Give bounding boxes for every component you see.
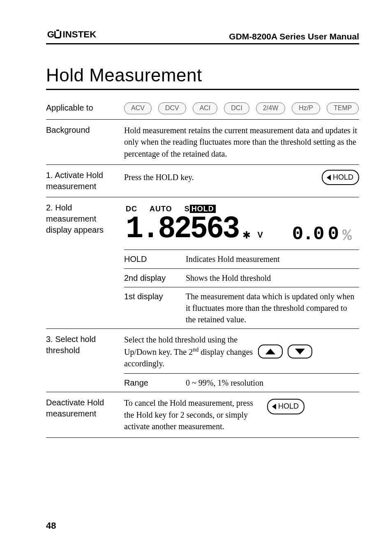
tag-24w: 2/4W bbox=[256, 102, 285, 114]
sublabel-range: Range bbox=[124, 377, 186, 388]
lcd-unit: V bbox=[257, 229, 263, 240]
subrow-1st: 1st display The measurement data which i… bbox=[124, 287, 359, 328]
label-display: 2. Hold measurement display appears bbox=[46, 202, 124, 236]
row-activate: 1. Activate Hold measurement Press the H… bbox=[46, 164, 359, 197]
down-key-button[interactable] bbox=[288, 345, 312, 358]
tag-temp: TEMP bbox=[327, 102, 359, 114]
lcd-percent: % bbox=[342, 228, 351, 244]
row-select: 3. Select hold threshold Select the hold… bbox=[46, 328, 359, 392]
row-deactivate: Deactivate Hold measurement To cancel th… bbox=[46, 392, 359, 437]
sublabel-1st: 1st display bbox=[124, 291, 186, 325]
subtext-range: 0 ~ 99%, 1% resolution bbox=[186, 377, 359, 388]
tag-aci: ACI bbox=[193, 102, 218, 114]
lcd-second-a: 0.0 bbox=[292, 225, 324, 244]
label-deactivate: Deactivate Hold measurement bbox=[46, 397, 124, 419]
tag-dcv: DCV bbox=[158, 102, 186, 114]
lcd-graphic: DC AUTO SHOLD 1.82563 ✱ V 0.0 0 % bbox=[124, 202, 359, 247]
section-title: Hold Measurement bbox=[46, 65, 359, 86]
label-activate: 1. Activate Hold measurement bbox=[46, 170, 124, 192]
hold-key-button[interactable]: HOLD bbox=[322, 170, 359, 185]
page-number: 48 bbox=[46, 520, 56, 531]
svg-text:INSTEK: INSTEK bbox=[63, 30, 97, 39]
subrow-hold: HOLD Indicates Hold measurement bbox=[124, 250, 359, 268]
lcd-second-b: 0 bbox=[328, 225, 339, 244]
up-key-button[interactable] bbox=[258, 345, 283, 358]
tag-dci: DCI bbox=[224, 102, 249, 114]
lcd-star-icon: ✱ bbox=[242, 228, 251, 242]
lcd-main-reading: 1.82563 bbox=[126, 214, 238, 245]
row-background: Background Hold measurement retains the … bbox=[46, 119, 359, 164]
down-arrow-icon bbox=[295, 349, 305, 354]
subtext-hold: Indicates Hold measurement bbox=[186, 253, 359, 265]
title-rule bbox=[46, 89, 359, 90]
label-applicable: Applicable to bbox=[46, 102, 124, 113]
text-activate: Press the HOLD key. bbox=[124, 171, 289, 183]
manual-title: GDM-8200A Series User Manual bbox=[229, 32, 359, 42]
label-select: 3. Select hold threshold bbox=[46, 334, 124, 356]
row-applicable: Applicable to ACV DCV ACI DCI 2/4W Hz/P … bbox=[46, 99, 359, 119]
label-background: Background bbox=[46, 125, 124, 136]
text-select: Select the hold threshold using the Up/D… bbox=[124, 334, 256, 369]
hold-key-label: HOLD bbox=[333, 173, 353, 181]
sublabel-hold: HOLD bbox=[124, 253, 186, 265]
left-triangle-icon bbox=[272, 404, 276, 409]
page-header: G INSTEK GDM-8200A Series User Manual bbox=[46, 30, 359, 44]
tag-hzp: Hz/P bbox=[292, 102, 320, 114]
brand-logo: G INSTEK bbox=[46, 30, 112, 39]
svg-text:G: G bbox=[47, 30, 54, 39]
subrow-2nd: 2nd display Shows the Hold threshold bbox=[124, 268, 359, 287]
text-deactivate: To cancel the Hold measurement, press th… bbox=[124, 397, 260, 432]
left-triangle-icon bbox=[327, 175, 331, 180]
svg-rect-1 bbox=[56, 30, 59, 31]
sublabel-2nd: 2nd display bbox=[124, 272, 186, 284]
tag-list: ACV DCV ACI DCI 2/4W Hz/P TEMP bbox=[124, 102, 359, 114]
subrow-range: Range 0 ~ 99%, 1% resolution bbox=[124, 373, 359, 392]
tag-acv: ACV bbox=[124, 102, 152, 114]
subtext-2nd: Shows the Hold threshold bbox=[186, 272, 359, 284]
text-background: Hold measurement retains the current mea… bbox=[124, 125, 359, 160]
hold-key-label: HOLD bbox=[278, 402, 299, 410]
row-display: 2. Hold measurement display appears DC A… bbox=[46, 197, 359, 328]
up-arrow-icon bbox=[265, 349, 275, 354]
subtext-1st: The measurement data which is updated on… bbox=[186, 291, 359, 325]
hold-key-button-2[interactable]: HOLD bbox=[267, 399, 304, 414]
